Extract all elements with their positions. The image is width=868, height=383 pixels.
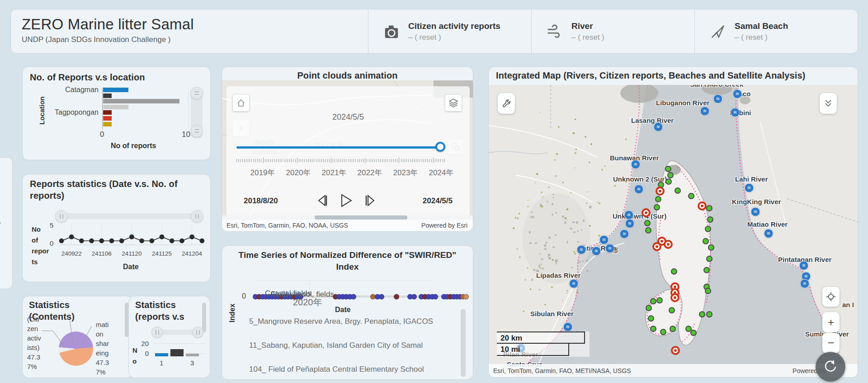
citizen-report-marker[interactable] — [703, 267, 710, 273]
locate-button[interactable] — [822, 287, 840, 307]
legend-item[interactable]: 11_Sabang, Kaputian, Island Garden City … — [249, 341, 457, 350]
citizen-report-marker[interactable] — [703, 238, 709, 244]
data-point[interactable] — [351, 294, 356, 299]
river-marker[interactable]: ≋ — [745, 183, 754, 193]
river-marker[interactable]: ≋ — [731, 108, 740, 117]
citizen-report-marker[interactable] — [654, 204, 660, 210]
river-marker[interactable]: ≋ — [631, 160, 641, 169]
satellite-detection-marker[interactable] — [664, 240, 673, 249]
river-marker[interactable]: ≋ — [800, 279, 810, 289]
step-back-button[interactable] — [315, 193, 330, 208]
widget-reset[interactable]: – ( reset ) — [408, 33, 500, 42]
citizen-report-marker[interactable] — [705, 226, 711, 232]
citizen-report-marker[interactable] — [650, 298, 656, 304]
river-marker[interactable]: ≋ — [733, 89, 742, 99]
citizen-report-marker[interactable] — [665, 166, 671, 172]
settings-button[interactable] — [498, 93, 515, 114]
scrollbar[interactable] — [461, 309, 466, 377]
data-point[interactable] — [394, 294, 399, 299]
bar[interactable] — [155, 353, 168, 356]
slider-handle-right[interactable] — [192, 327, 203, 338]
widget-reset[interactable]: – ( reset ) — [735, 33, 788, 42]
citizen-report-marker[interactable] — [660, 329, 666, 335]
time-slider-handle[interactable] — [435, 142, 445, 152]
citizen-report-marker[interactable] — [645, 227, 651, 234]
citizen-report-marker[interactable] — [650, 326, 656, 332]
scrollbar-thumb[interactable] — [315, 215, 407, 220]
zoom-out-button[interactable]: − — [822, 333, 840, 353]
citizen-report-marker[interactable] — [665, 178, 672, 185]
citizen-report-marker[interactable] — [670, 326, 676, 332]
satellite-detection-marker[interactable] — [698, 201, 707, 210]
data-point[interactable] — [379, 294, 384, 299]
river-marker[interactable]: ≋ — [577, 245, 586, 255]
citizen-report-marker[interactable] — [669, 307, 675, 313]
integrated-map[interactable]: San Isidro CreekMacoLibuganon RiverMabin… — [489, 85, 858, 378]
citizen-report-marker[interactable] — [705, 288, 711, 294]
river-marker[interactable]: ≋ — [624, 210, 634, 220]
reset-view-button[interactable] — [816, 352, 845, 382]
header-widget-2[interactable]: River– ( reset ) — [531, 9, 694, 53]
bar[interactable] — [103, 88, 128, 92]
citizen-report-marker[interactable] — [656, 297, 663, 304]
citizen-report-marker[interactable] — [688, 193, 694, 199]
citizen-report-marker[interactable] — [667, 172, 674, 178]
date-range-slider[interactable] — [61, 213, 197, 219]
river-marker[interactable]: ≋ — [764, 229, 774, 238]
river-marker[interactable]: ≋ — [634, 185, 644, 194]
point-clouds-map[interactable]: North otabato ダバオ市 + A 2024/5/5 2019年202… — [222, 80, 473, 220]
horizontal-scrollbar[interactable] — [222, 215, 473, 220]
river-marker[interactable]: ≋ — [751, 207, 760, 217]
river-marker[interactable]: ≋ — [569, 279, 579, 289]
slider-handle-left[interactable] — [55, 210, 68, 223]
citizen-report-marker[interactable] — [708, 244, 714, 251]
bar[interactable] — [103, 110, 112, 115]
legend-item[interactable]: 104_ Field of Peñaplata Central Elementa… — [249, 365, 457, 374]
citizen-report-marker[interactable] — [706, 256, 712, 262]
river-marker[interactable]: ≋ — [700, 107, 710, 116]
data-point[interactable] — [411, 294, 417, 299]
slider-handle-left[interactable] — [151, 327, 163, 338]
citizen-report-marker[interactable] — [699, 311, 705, 318]
header-widget-1[interactable]: Citizen activity reports– ( reset ) — [368, 9, 531, 53]
citizen-report-marker[interactable] — [646, 305, 652, 311]
citizen-report-marker[interactable] — [655, 196, 661, 202]
widget-reset[interactable]: – ( reset ) — [571, 33, 604, 42]
bar[interactable] — [186, 354, 199, 356]
river-marker[interactable]: ≋ — [799, 261, 809, 271]
river-marker[interactable]: ≋ — [620, 229, 629, 239]
citizen-report-marker[interactable] — [648, 315, 654, 322]
citizen-report-marker[interactable] — [707, 216, 713, 223]
slider-handle-top[interactable] — [190, 87, 203, 99]
slider-handle-right[interactable] — [191, 210, 203, 223]
bar[interactable] — [103, 116, 112, 121]
data-point[interactable] — [433, 294, 438, 299]
citizen-report-marker[interactable] — [671, 268, 677, 275]
river-marker[interactable]: ≋ — [605, 244, 615, 253]
river-marker[interactable]: ≋ — [654, 122, 663, 132]
slider-handle-bottom[interactable] — [190, 125, 203, 137]
sidebar-expand-tab[interactable] — [0, 157, 13, 289]
satellite-detection-marker[interactable] — [642, 208, 651, 217]
river-marker[interactable]: ≋ — [592, 247, 601, 256]
satellite-detection-marker[interactable] — [656, 187, 665, 196]
bar[interactable] — [103, 93, 112, 98]
satellite-detection-marker[interactable] — [670, 293, 679, 302]
citizen-report-marker[interactable] — [690, 330, 697, 336]
home-button[interactable] — [233, 95, 249, 111]
zoom-in-button[interactable]: + — [822, 312, 840, 332]
citizen-report-marker[interactable] — [706, 205, 712, 211]
data-point[interactable] — [463, 294, 469, 299]
citizen-report-marker[interactable] — [706, 311, 712, 318]
satellite-detection-marker[interactable] — [652, 242, 661, 251]
time-slider-track[interactable] — [236, 146, 443, 149]
collapse-button[interactable] — [820, 93, 837, 114]
bar[interactable] — [103, 105, 128, 109]
pie-chart[interactable] — [59, 332, 93, 366]
step-forward-button[interactable] — [362, 193, 377, 208]
bar[interactable] — [103, 122, 112, 126]
citizen-report-marker[interactable] — [644, 220, 651, 226]
river-marker[interactable]: ≋ — [563, 322, 573, 332]
play-button[interactable] — [338, 192, 355, 210]
satellite-detection-marker[interactable] — [671, 346, 680, 355]
